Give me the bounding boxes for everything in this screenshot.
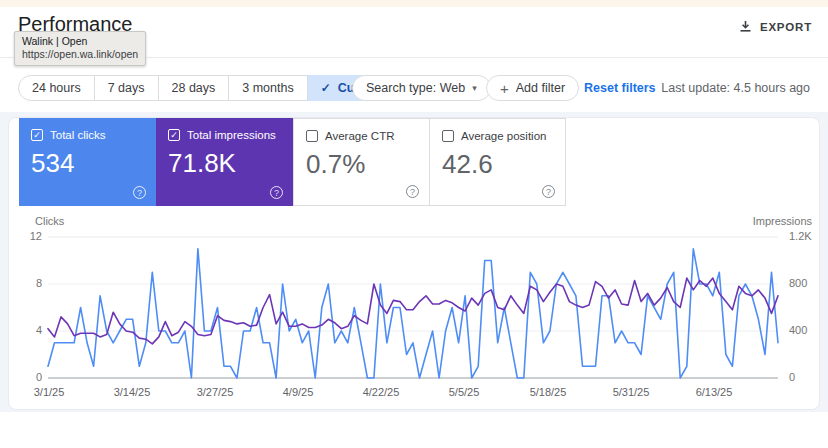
chevron-down-icon: ▾	[472, 83, 477, 93]
chip-24-hours[interactable]: 24 hours	[18, 75, 95, 101]
metric-value: 71.8K	[168, 148, 281, 179]
x-tick: 3/27/25	[197, 386, 234, 398]
impressions-line	[48, 278, 778, 344]
metric-checkbox[interactable]: ✓	[168, 129, 180, 141]
metric-card[interactable]: Average position 42.6 ?	[429, 118, 566, 206]
x-tick: 5/5/25	[449, 386, 480, 398]
performance-page: Performance EXPORT Walink | Open https:/…	[0, 0, 828, 448]
last-update-text: Last update: 4.5 hours ago	[661, 81, 810, 95]
left-tick: 4	[16, 324, 42, 336]
metric-card[interactable]: ✓ Total impressions 71.8K ?	[156, 118, 293, 206]
right-tick: 1.2K	[789, 230, 812, 242]
metric-label: Average position	[461, 130, 546, 142]
tooltip-property-name: Walink | Open	[22, 35, 138, 48]
metric-label: Total clicks	[50, 129, 106, 141]
search-type-dropdown[interactable]: Search type: Web ▾	[352, 75, 491, 101]
metric-value: 42.6	[442, 149, 553, 180]
date-range-chip-group: 24 hours 7 days 28 days 3 months ✓ Custo…	[18, 75, 398, 101]
metric-label: Average CTR	[325, 130, 394, 142]
metric-checkbox[interactable]: ✓	[31, 129, 43, 141]
check-icon: ✓	[321, 81, 331, 95]
reset-filters-link[interactable]: Reset filters	[584, 81, 656, 95]
x-tick: 5/31/25	[613, 386, 650, 398]
x-tick: 3/14/25	[114, 386, 151, 398]
property-tooltip: Walink | Open https://open.wa.link/open	[14, 31, 146, 66]
export-button[interactable]: EXPORT	[739, 20, 812, 33]
metric-label: Total impressions	[187, 129, 276, 141]
metric-value: 0.7%	[306, 149, 417, 180]
export-label: EXPORT	[760, 21, 812, 33]
left-tick: 12	[16, 230, 42, 242]
right-tick: 400	[789, 324, 807, 336]
tooltip-property-url: https://open.wa.link/open	[22, 48, 138, 61]
metric-checkbox[interactable]	[306, 130, 318, 142]
metric-card[interactable]: ✓ Total clicks 534 ?	[19, 118, 156, 206]
left-tick: 0	[16, 371, 42, 383]
x-tick: 4/22/25	[363, 386, 400, 398]
chip-28-days[interactable]: 28 days	[159, 75, 230, 101]
plus-icon: +	[500, 80, 509, 97]
left-axis-title: Clicks	[35, 215, 64, 227]
x-tick: 3/1/25	[34, 386, 65, 398]
help-icon[interactable]: ?	[133, 186, 146, 199]
performance-chart-svg[interactable]	[48, 235, 778, 387]
search-type-label: Search type: Web	[366, 81, 465, 95]
download-icon	[739, 20, 752, 33]
x-tick: 4/9/25	[283, 386, 314, 398]
metric-cards-row: ✓ Total clicks 534 ? ✓ Total impressions…	[19, 118, 566, 206]
chip-7-days[interactable]: 7 days	[95, 75, 159, 101]
metric-value: 534	[31, 148, 144, 179]
help-icon[interactable]: ?	[406, 185, 419, 198]
metric-card[interactable]: Average CTR 0.7% ?	[293, 118, 430, 206]
clicks-line	[48, 249, 778, 378]
right-tick: 800	[789, 277, 807, 289]
left-tick: 8	[16, 277, 42, 289]
help-icon[interactable]: ?	[270, 186, 283, 199]
add-filter-label: Add filter	[516, 81, 565, 95]
chip-3-months[interactable]: 3 months	[229, 75, 307, 101]
right-axis-title: Impressions	[753, 215, 812, 227]
x-tick: 6/13/25	[696, 386, 733, 398]
add-filter-button[interactable]: + Add filter	[486, 75, 579, 101]
x-tick: 5/18/25	[530, 386, 567, 398]
metric-checkbox[interactable]	[442, 130, 454, 142]
top-strip	[0, 0, 828, 7]
right-tick: 0	[789, 371, 795, 383]
help-icon[interactable]: ?	[542, 185, 555, 198]
gridlines	[48, 237, 778, 378]
